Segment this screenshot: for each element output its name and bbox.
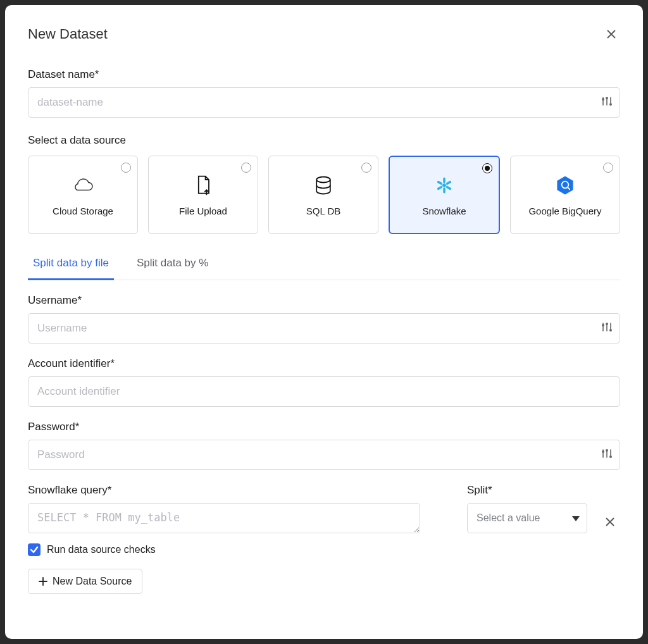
svg-point-6	[606, 97, 608, 99]
radio-bigquery[interactable]	[603, 163, 613, 173]
svg-rect-13	[446, 185, 452, 190]
plus-icon	[39, 577, 47, 586]
password-label: Password*	[28, 421, 620, 433]
snowflake-icon	[433, 174, 456, 197]
data-source-card-cloud-storage[interactable]: Cloud Storage	[28, 156, 138, 234]
data-source-cards: Cloud Storage File Upload SQL DB Snowfla…	[28, 156, 620, 234]
radio-snowflake[interactable]	[482, 163, 492, 173]
svg-point-23	[606, 323, 608, 325]
data-source-label-file-upload: File Upload	[179, 206, 227, 216]
svg-rect-9	[443, 177, 446, 183]
svg-point-8	[316, 176, 330, 182]
account-id-input[interactable]	[28, 376, 620, 407]
file-upload-icon	[192, 174, 215, 197]
data-source-card-bigquery[interactable]: Google BigQuery	[510, 156, 620, 234]
tab-split-by-percent[interactable]: Split data by %	[132, 249, 213, 280]
svg-point-28	[602, 451, 604, 452]
svg-rect-14	[437, 180, 443, 185]
svg-rect-10	[443, 187, 446, 193]
radio-sql-db[interactable]	[361, 163, 371, 173]
run-checks-label: Run data source checks	[47, 544, 156, 555]
svg-rect-15	[442, 183, 447, 188]
bigquery-icon	[554, 174, 576, 197]
new-data-source-label: New Data Source	[53, 576, 132, 587]
split-mode-tabs: Split data by file Split data by %	[28, 249, 620, 280]
new-dataset-modal: New Dataset Dataset name* Select a data …	[5, 5, 643, 639]
tab-split-by-file[interactable]: Split data by file	[28, 249, 114, 280]
svg-marker-16	[557, 176, 573, 194]
dataset-name-label: Dataset name*	[28, 68, 620, 81]
svg-point-7	[610, 104, 611, 105]
data-source-label-bigquery: Google BigQuery	[528, 206, 601, 216]
svg-point-30	[610, 456, 611, 457]
dataset-name-input[interactable]	[28, 87, 620, 118]
close-button[interactable]	[602, 25, 620, 43]
database-icon	[312, 174, 335, 197]
split-select-placeholder: Select a value	[477, 512, 540, 524]
username-label: Username*	[28, 294, 620, 307]
query-input[interactable]	[28, 503, 420, 533]
password-input[interactable]	[28, 440, 620, 470]
svg-rect-12	[437, 185, 443, 190]
check-icon	[30, 545, 39, 554]
account-id-label: Account identifier*	[28, 357, 620, 370]
sliders-icon[interactable]	[601, 96, 613, 109]
new-data-source-button[interactable]: New Data Source	[28, 569, 142, 594]
close-icon	[605, 517, 615, 527]
data-source-label-cloud-storage: Cloud Storage	[53, 206, 113, 216]
svg-point-5	[602, 99, 604, 100]
radio-cloud-storage[interactable]	[121, 163, 131, 173]
radio-file-upload[interactable]	[241, 163, 251, 173]
modal-title: New Dataset	[28, 26, 108, 42]
sliders-icon[interactable]	[601, 321, 613, 335]
data-source-label-snowflake: Snowflake	[422, 206, 466, 216]
run-checks-checkbox[interactable]	[28, 543, 40, 556]
split-label: Split*	[467, 484, 587, 497]
close-icon	[606, 29, 616, 39]
data-source-card-sql-db[interactable]: SQL DB	[268, 156, 378, 234]
data-source-card-file-upload[interactable]: File Upload	[148, 156, 258, 234]
data-source-card-snowflake[interactable]: Snowflake	[389, 156, 500, 234]
svg-point-22	[602, 325, 604, 326]
svg-marker-31	[572, 516, 580, 521]
svg-point-24	[610, 330, 611, 331]
data-source-section-label: Select a data source	[28, 134, 620, 147]
clear-split-button[interactable]	[600, 507, 620, 537]
cloud-icon	[72, 174, 94, 197]
caret-down-icon	[572, 512, 580, 524]
query-label: Snowflake query*	[28, 484, 454, 497]
sliders-icon[interactable]	[601, 448, 613, 462]
data-source-label-sql-db: SQL DB	[306, 206, 340, 216]
split-select[interactable]: Select a value	[467, 503, 587, 533]
svg-point-29	[606, 450, 608, 451]
username-input[interactable]	[28, 313, 620, 344]
svg-rect-11	[446, 180, 452, 185]
